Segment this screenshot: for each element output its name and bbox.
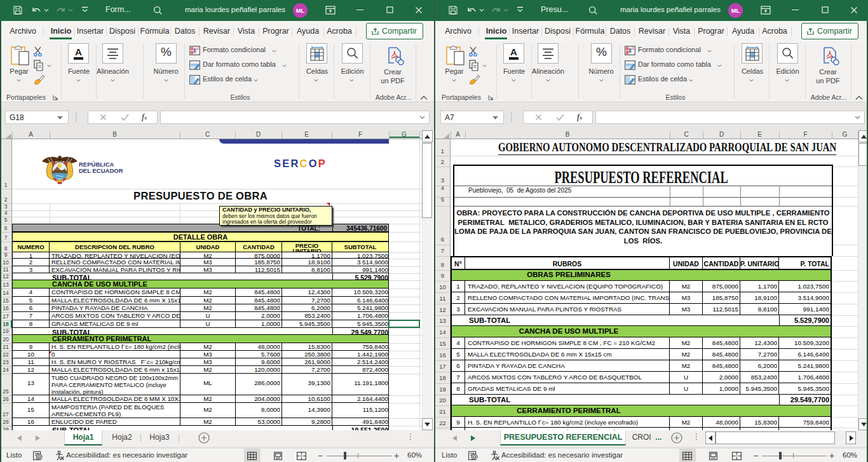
svg-text:A: A: [75, 46, 82, 57]
svg-text:A: A: [510, 46, 517, 57]
